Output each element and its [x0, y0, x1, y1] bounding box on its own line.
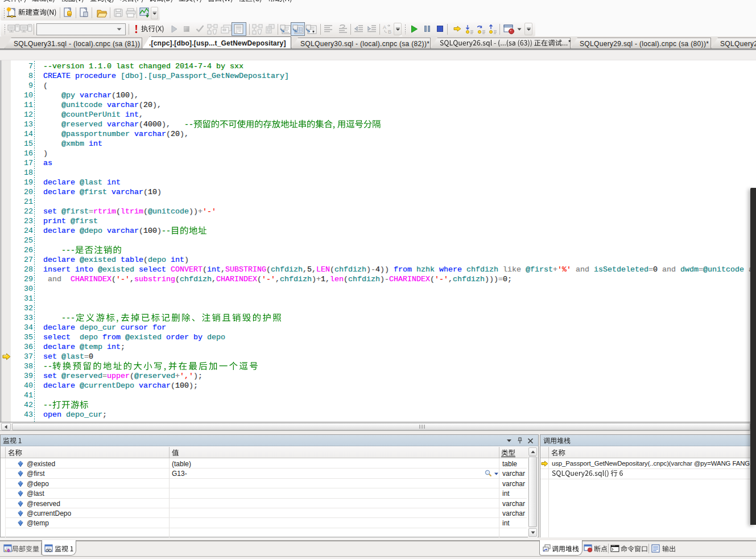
svg-text:A: A	[383, 24, 386, 30]
svg-text:B: B	[388, 29, 391, 35]
